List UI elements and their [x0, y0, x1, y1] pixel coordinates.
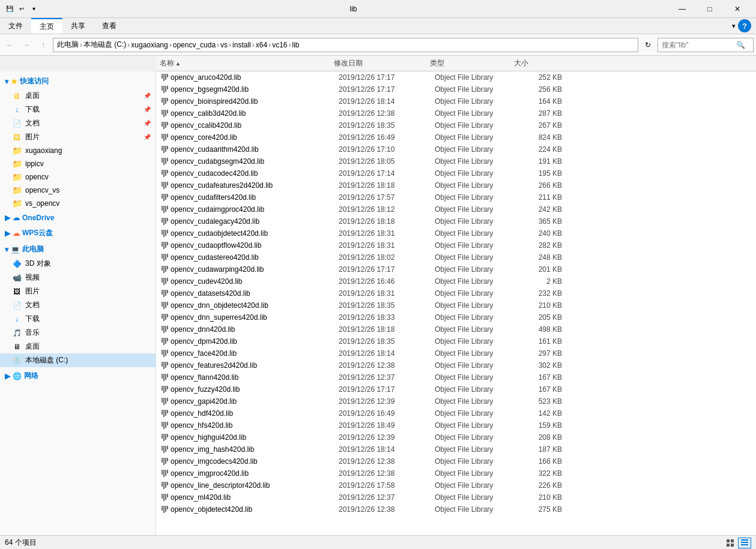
table-row[interactable]: opencv_cudaarithm420d.lib2019/12/26 17:1…: [156, 143, 756, 155]
table-row[interactable]: opencv_aruco420d.lib2019/12/26 17:17Obje…: [156, 71, 756, 83]
table-row[interactable]: opencv_cudafilters420d.lib2019/12/26 17:…: [156, 191, 756, 203]
back-button[interactable]: ←: [2, 38, 17, 52]
sidebar-item-desktop-quick[interactable]: 🖥 桌面 📌: [0, 89, 156, 103]
sidebar-item-opencv[interactable]: 📁 opencv: [0, 170, 156, 184]
col-header-size[interactable]: 大小: [510, 58, 558, 68]
tab-view[interactable]: 查看: [94, 18, 125, 34]
table-row[interactable]: opencv_cudaoptflow420d.lib2019/12/26 18:…: [156, 239, 756, 251]
table-row[interactable]: opencv_dnn420d.lib2019/12/26 18:18Object…: [156, 323, 756, 335]
sidebar-group-network[interactable]: ▶ 🌐 网络: [0, 368, 156, 383]
sidebar-item-vs-opencv[interactable]: 📁 vs_opencv: [0, 197, 156, 210]
sidebar-group-thispc[interactable]: ▾ 💻 此电脑: [0, 242, 156, 257]
minimize-button[interactable]: —: [668, 0, 696, 18]
view-details-button[interactable]: [738, 538, 751, 548]
table-row[interactable]: opencv_bgsegm420d.lib2019/12/26 17:17Obj…: [156, 83, 756, 95]
chevron-right-icon-onedrive: ▶: [5, 214, 10, 222]
tab-file[interactable]: 文件: [0, 18, 31, 34]
path-segment-computer[interactable]: 此电脑: [57, 40, 79, 50]
table-row[interactable]: opencv_ml420d.lib2019/12/26 12:37Object …: [156, 491, 756, 503]
table-row[interactable]: opencv_fuzzy420d.lib2019/12/26 17:17Obje…: [156, 383, 756, 395]
tab-share[interactable]: 共享: [62, 18, 94, 34]
table-row[interactable]: opencv_dnn_superres420d.lib2019/12/26 18…: [156, 311, 756, 323]
address-path[interactable]: 此电脑 › 本地磁盘 (C:) › xugaoxiang › opencv_cu…: [53, 38, 638, 52]
table-row[interactable]: opencv_cudalegacy420d.lib2019/12/26 18:1…: [156, 215, 756, 227]
table-row[interactable]: opencv_highgui420d.lib2019/12/26 12:39Ob…: [156, 431, 756, 443]
table-row[interactable]: opencv_imgproc420d.lib2019/12/26 12:38Ob…: [156, 467, 756, 479]
col-header-date[interactable]: 修改日期: [330, 58, 426, 68]
table-row[interactable]: opencv_calib3d420d.lib2019/12/26 12:38Ob…: [156, 107, 756, 119]
file-size: 498 KB: [519, 325, 567, 334]
table-row[interactable]: opencv_cudev420d.lib2019/12/26 16:46Obje…: [156, 275, 756, 287]
refresh-button[interactable]: ↻: [641, 38, 655, 52]
sidebar-item-video[interactable]: 📹 视频: [0, 271, 156, 284]
help-icon[interactable]: ?: [738, 19, 751, 32]
sidebar-item-documents[interactable]: 📄 文档: [0, 298, 156, 312]
sidebar-group-wps[interactable]: ▶ ☁ WPS云盘: [0, 226, 156, 241]
col-header-name[interactable]: 名称 ▲: [156, 58, 330, 68]
table-row[interactable]: opencv_cudaimgproc420d.lib2019/12/26 18:…: [156, 203, 756, 215]
dropdown-icon[interactable]: ▾: [29, 4, 38, 14]
file-date: 2019/12/26 18:14: [339, 97, 435, 106]
table-row[interactable]: opencv_gapi420d.lib2019/12/26 12:39Objec…: [156, 395, 756, 407]
table-row[interactable]: opencv_dpm420d.lib2019/12/26 18:35Object…: [156, 335, 756, 347]
table-row[interactable]: opencv_ccalib420d.lib2019/12/26 18:35Obj…: [156, 119, 756, 131]
up-button[interactable]: ↑: [36, 38, 50, 52]
search-box[interactable]: 🔍: [658, 38, 754, 52]
col-header-type[interactable]: 类型: [426, 58, 510, 68]
sidebar-item-local-disk[interactable]: 💿 本地磁盘 (C:): [0, 353, 156, 367]
path-segment-opencv[interactable]: opencv_cuda: [173, 41, 216, 49]
sidebar-item-pictures-quick[interactable]: 🖼 图片 📌: [0, 130, 156, 144]
sidebar-item-music[interactable]: 🎵 音乐: [0, 326, 156, 340]
file-date: 2019/12/26 12:37: [339, 493, 435, 502]
sidebar-item-docs-quick[interactable]: 📄 文档 📌: [0, 116, 156, 130]
video-icon: 📹: [12, 273, 22, 283]
sidebar-group-onedrive[interactable]: ▶ ☁ OneDrive: [0, 211, 156, 224]
view-tiles-button[interactable]: [724, 538, 737, 548]
sidebar-item-opencv-vs[interactable]: 📁 opencv_vs: [0, 184, 156, 197]
sidebar-item-desktop[interactable]: 🖥 桌面: [0, 340, 156, 353]
table-row[interactable]: opencv_flann420d.lib2019/12/26 12:37Obje…: [156, 371, 756, 383]
forward-button[interactable]: →: [19, 38, 34, 52]
sidebar-item-downloads-quick[interactable]: ↓ 下载 📌: [0, 103, 156, 116]
table-row[interactable]: opencv_hfs420d.lib2019/12/26 18:49Object…: [156, 419, 756, 431]
expand-ribbon-icon[interactable]: ▾: [732, 22, 736, 30]
path-segment-lib[interactable]: lib: [292, 41, 300, 49]
table-row[interactable]: opencv_objdetect420d.lib2019/12/26 12:38…: [156, 503, 756, 515]
table-row[interactable]: opencv_bioinspired420d.lib2019/12/26 18:…: [156, 95, 756, 107]
sidebar-item-ippicv[interactable]: 📁 ippicv: [0, 157, 156, 170]
table-row[interactable]: opencv_cudaobjdetect420d.lib2019/12/26 1…: [156, 227, 756, 239]
table-row[interactable]: opencv_cudafeatures2d420d.lib2019/12/26 …: [156, 179, 756, 191]
path-segment-vs[interactable]: vs: [220, 41, 228, 49]
maximize-button[interactable]: □: [696, 0, 724, 18]
path-segment-user[interactable]: xugaoxiang: [131, 41, 168, 49]
file-type: Object File Library: [435, 277, 519, 286]
table-row[interactable]: opencv_core420d.lib2019/12/26 16:49Objec…: [156, 131, 756, 143]
sidebar-item-pictures[interactable]: 🖼 图片: [0, 284, 156, 298]
path-segment-install[interactable]: install: [232, 41, 251, 49]
path-segment-drive[interactable]: 本地磁盘 (C:): [83, 40, 126, 50]
table-row[interactable]: opencv_img_hash420d.lib2019/12/26 18:14O…: [156, 443, 756, 455]
table-row[interactable]: opencv_features2d420d.lib2019/12/26 12:3…: [156, 359, 756, 371]
table-row[interactable]: opencv_cudawarping420d.lib2019/12/26 17:…: [156, 263, 756, 275]
tab-home[interactable]: 主页: [31, 18, 62, 34]
table-row[interactable]: opencv_cudabgsegm420d.lib2019/12/26 18:0…: [156, 155, 756, 167]
sidebar-item-3d[interactable]: 🔷 3D 对象: [0, 257, 156, 271]
sidebar-item-downloads[interactable]: ↓ 下载: [0, 312, 156, 326]
path-segment-x64[interactable]: x64: [256, 41, 267, 49]
table-row[interactable]: opencv_face420d.lib2019/12/26 18:14Objec…: [156, 347, 756, 359]
table-row[interactable]: opencv_dnn_objdetect420d.lib2019/12/26 1…: [156, 299, 756, 311]
close-button[interactable]: ✕: [724, 0, 751, 18]
path-segment-vc16[interactable]: vc16: [272, 41, 287, 49]
file-size: 256 KB: [519, 85, 567, 94]
wps-cloud-icon: ☁: [13, 229, 20, 238]
search-input[interactable]: [662, 41, 734, 49]
table-row[interactable]: opencv_imgcodecs420d.lib2019/12/26 12:38…: [156, 455, 756, 467]
table-row[interactable]: opencv_line_descriptor420d.lib2019/12/26…: [156, 479, 756, 491]
table-row[interactable]: opencv_hdf420d.lib2019/12/26 16:49Object…: [156, 407, 756, 419]
sidebar-group-quickaccess[interactable]: ▾ ★ 快速访问: [0, 74, 156, 89]
sidebar-item-xugaoxiang[interactable]: 📁 xugaoxiang: [0, 144, 156, 157]
search-icon[interactable]: 🔍: [736, 41, 745, 49]
table-row[interactable]: opencv_cudastereo420d.lib2019/12/26 18:0…: [156, 251, 756, 263]
table-row[interactable]: opencv_cudacodec420d.lib2019/12/26 17:14…: [156, 167, 756, 179]
table-row[interactable]: opencv_datasets420d.lib2019/12/26 18:31O…: [156, 287, 756, 299]
